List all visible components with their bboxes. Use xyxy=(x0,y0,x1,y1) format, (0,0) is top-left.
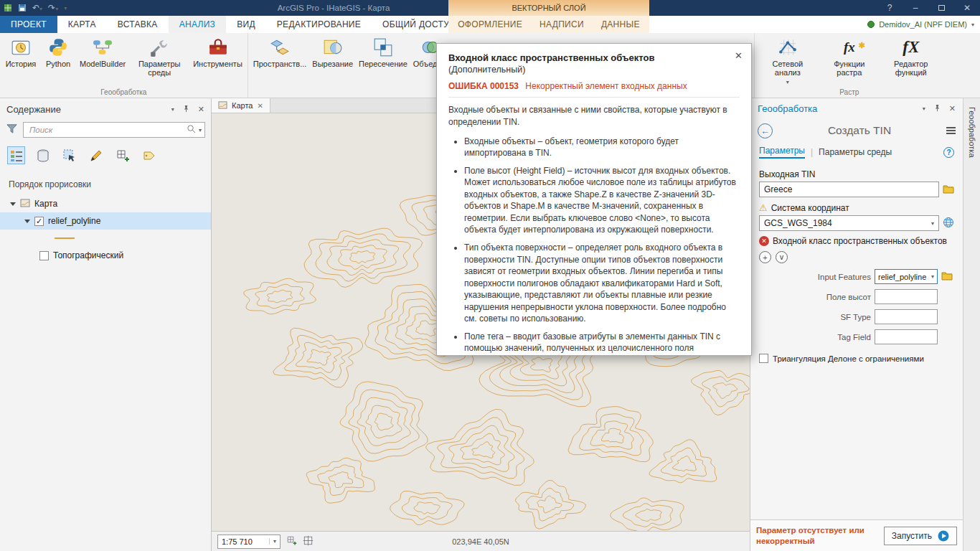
popup-bullet: Поле высот (Height Field) – источник выс… xyxy=(464,165,740,236)
back-button[interactable]: ← xyxy=(758,123,773,138)
search-input[interactable] xyxy=(24,123,204,137)
bookmark-icon[interactable] xyxy=(286,535,297,547)
tab-labeling[interactable]: НАДПИСИ xyxy=(531,16,593,33)
contents-pane: Содержание ▾ ✕ ▾ Поря xyxy=(0,98,212,551)
pane-menu-icon[interactable]: ▾ xyxy=(171,106,174,113)
group-label-raster: Растр xyxy=(755,88,944,98)
tag-field-input[interactable] xyxy=(875,329,938,344)
map-icon xyxy=(20,198,30,210)
tool-help-icon[interactable]: ? xyxy=(943,147,954,158)
height-field-label: Поле высот xyxy=(759,293,871,301)
tab-map[interactable]: КАРТА xyxy=(57,16,107,33)
popup-bullet: Поле тега – вводит базовые атрибуты в эл… xyxy=(464,331,740,356)
collapse-icon[interactable]: ∨ xyxy=(776,251,788,263)
network-analysis-button[interactable]: Сетевой анализ ▾ xyxy=(757,35,819,88)
drawing-order-label: Порядок прорисовки xyxy=(0,169,211,195)
spatial-join-button[interactable]: Пространств... xyxy=(250,35,310,70)
environment-settings-button[interactable]: Параметры среды xyxy=(128,35,190,80)
delaunay-checkbox[interactable] xyxy=(759,354,768,363)
filter-icon[interactable] xyxy=(6,123,18,137)
list-by-editing-icon[interactable] xyxy=(87,146,105,164)
pane-pin-icon[interactable] xyxy=(933,104,941,113)
undo-dropdown-icon[interactable]: ▾ xyxy=(39,6,42,12)
list-by-selection-icon[interactable] xyxy=(60,146,78,164)
pane-close-icon[interactable]: ✕ xyxy=(198,105,204,114)
raster-functions-button[interactable]: fx✱ Функции растра xyxy=(819,35,880,80)
output-tin-input[interactable] xyxy=(759,182,939,197)
layer-checkbox-unchecked[interactable] xyxy=(39,251,49,260)
modelbuilder-button[interactable]: ModelBuilder xyxy=(77,35,128,70)
pane-tab-strip: Геообработка xyxy=(963,98,980,551)
tab-close-icon[interactable]: ✕ xyxy=(257,102,263,110)
globe-icon[interactable] xyxy=(943,217,954,230)
list-by-labeling-icon[interactable] xyxy=(140,146,158,164)
pane-close-icon[interactable]: ✕ xyxy=(949,104,956,113)
redo-dropdown-icon[interactable]: ▾ xyxy=(55,6,58,12)
customize-quick-access-icon[interactable]: ▾ xyxy=(64,5,67,11)
tab-environments[interactable]: Параметры среды xyxy=(819,147,892,157)
search-icon[interactable] xyxy=(187,124,196,136)
map-scale-combo[interactable]: 1:75 710 ▾ xyxy=(217,534,281,549)
tool-menu-icon[interactable] xyxy=(946,127,956,134)
expander-icon[interactable] xyxy=(10,202,16,206)
close-button[interactable]: ✕ xyxy=(954,0,980,16)
coordinate-system-select[interactable]: GCS_WGS_1984 ▾ xyxy=(759,215,939,231)
map-view-tab[interactable]: Карта ✕ xyxy=(212,98,270,113)
account-menu[interactable]: Demidov_AI (NPF DIEM) ▾ xyxy=(867,16,974,33)
intersect-button[interactable]: Пересечение xyxy=(356,35,410,70)
popup-close-icon[interactable]: ✕ xyxy=(735,50,743,61)
redo-icon[interactable]: ↷▾ xyxy=(48,3,58,13)
clip-button[interactable]: Вырезание xyxy=(309,35,356,70)
undo-icon[interactable]: ↶▾ xyxy=(32,3,42,13)
tab-edit[interactable]: РЕДАКТИРОВАНИЕ xyxy=(266,16,372,33)
geoprocessing-edge-tab[interactable]: Геообработка xyxy=(968,107,976,158)
project-icon[interactable] xyxy=(4,4,12,12)
contents-pane-title: Содержание xyxy=(6,104,61,115)
coordinates-picker-icon[interactable] xyxy=(303,535,314,547)
list-by-drawing-order-icon[interactable] xyxy=(7,146,25,164)
scale-dropdown-icon: ▾ xyxy=(269,538,276,545)
minimize-button[interactable]: – xyxy=(903,0,928,16)
ribbon-empty-space xyxy=(944,33,980,98)
tab-separator: | xyxy=(811,147,813,157)
save-icon[interactable] xyxy=(18,4,27,12)
maximize-button[interactable] xyxy=(928,0,954,16)
history-button[interactable]: История xyxy=(2,35,39,70)
tree-item-symbol[interactable] xyxy=(0,230,211,247)
environment-settings-icon xyxy=(149,37,169,57)
pane-menu-icon[interactable]: ▾ xyxy=(923,105,925,112)
input-features-select[interactable]: relief_polyline ▾ xyxy=(875,269,938,284)
popup-error-text: Некорректный элемент входных данных xyxy=(525,81,687,91)
search-dropdown-icon[interactable]: ▾ xyxy=(199,127,202,133)
browse-folder-icon[interactable] xyxy=(943,184,954,196)
tab-insert[interactable]: ВСТАВКА xyxy=(107,16,169,33)
python-button[interactable]: Python xyxy=(39,35,77,70)
browse-folder-icon[interactable] xyxy=(941,270,954,283)
list-by-data-source-icon[interactable] xyxy=(34,146,52,164)
toolbox-button[interactable]: Инструменты xyxy=(190,35,245,70)
tab-data[interactable]: ДАННЫЕ xyxy=(593,16,649,33)
layer-checkbox-checked[interactable]: ✓ xyxy=(34,217,44,226)
output-tin-label: Выходная TIN xyxy=(759,169,815,179)
tree-item-topographic[interactable]: Топографический xyxy=(0,247,211,264)
popup-subtitle: (Дополнительный) xyxy=(448,65,740,75)
function-editor-button[interactable]: fX Редактор функций xyxy=(880,35,942,80)
account-avatar-icon xyxy=(867,21,875,28)
tab-project[interactable]: ПРОЕКТ xyxy=(0,16,57,33)
tree-item-map[interactable]: Карта xyxy=(0,195,211,212)
list-by-snapping-icon[interactable] xyxy=(113,146,131,164)
expander-icon[interactable] xyxy=(24,220,30,223)
tab-analysis[interactable]: АНАЛИЗ xyxy=(169,16,227,33)
height-field-input[interactable] xyxy=(875,289,938,304)
tag-field-label: Tag Field xyxy=(759,333,871,342)
tab-appearance[interactable]: ОФОРМЛЕНИЕ xyxy=(449,16,531,33)
pane-pin-icon[interactable] xyxy=(182,105,190,114)
sf-type-input[interactable] xyxy=(875,309,938,324)
add-row-icon[interactable]: + xyxy=(759,251,771,263)
popup-bullet-list: Входные объекты – объект, геометрия кото… xyxy=(464,136,740,356)
run-button[interactable]: Запустить xyxy=(884,527,957,545)
help-button[interactable]: ? xyxy=(877,0,903,16)
tab-parameters[interactable]: Параметры xyxy=(759,146,805,159)
tree-item-relief-polyline[interactable]: ✓ relief_polyline xyxy=(0,212,211,230)
tab-view[interactable]: ВИД xyxy=(226,16,266,33)
